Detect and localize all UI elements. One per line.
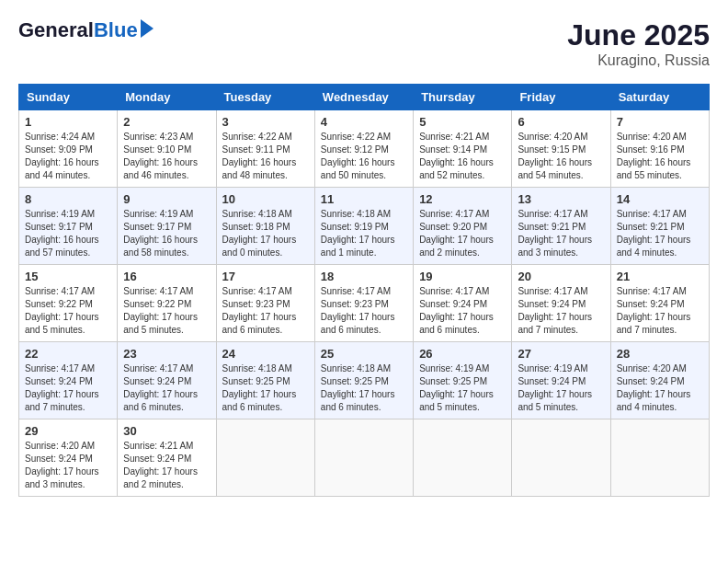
day-info: Sunrise: 4:19 AMSunset: 9:17 PMDaylight:… xyxy=(123,209,198,258)
calendar-cell: 12 Sunrise: 4:17 AMSunset: 9:20 PMDaylig… xyxy=(414,188,512,265)
day-number: 8 xyxy=(25,192,111,206)
day-number: 7 xyxy=(617,115,703,129)
day-number: 29 xyxy=(25,424,111,438)
calendar-table: SundayMondayTuesdayWednesdayThursdayFrid… xyxy=(18,84,710,497)
day-of-week-sunday: Sunday xyxy=(19,85,118,110)
calendar-cell: 10 Sunrise: 4:18 AMSunset: 9:18 PMDaylig… xyxy=(216,188,314,265)
calendar-cell: 19 Sunrise: 4:17 AMSunset: 9:24 PMDaylig… xyxy=(414,265,512,342)
calendar-cell: 18 Sunrise: 4:17 AMSunset: 9:23 PMDaylig… xyxy=(314,265,413,342)
calendar-cell xyxy=(314,419,413,497)
day-of-week-wednesday: Wednesday xyxy=(314,85,413,110)
day-info: Sunrise: 4:20 AMSunset: 9:16 PMDaylight:… xyxy=(617,132,691,180)
calendar-cell: 1 Sunrise: 4:24 AMSunset: 9:09 PMDayligh… xyxy=(19,110,118,188)
day-of-week-thursday: Thursday xyxy=(414,85,512,110)
day-number: 3 xyxy=(222,115,309,129)
day-number: 27 xyxy=(518,347,604,361)
calendar-cell: 27 Sunrise: 4:19 AMSunset: 9:24 PMDaylig… xyxy=(512,342,610,419)
day-number: 17 xyxy=(222,270,309,283)
day-number: 1 xyxy=(25,115,111,129)
calendar-cell: 7 Sunrise: 4:20 AMSunset: 9:16 PMDayligh… xyxy=(610,110,709,188)
day-info: Sunrise: 4:17 AMSunset: 9:24 PMDaylight:… xyxy=(419,286,494,335)
calendar-cell: 28 Sunrise: 4:20 AMSunset: 9:24 PMDaylig… xyxy=(610,342,709,419)
day-info: Sunrise: 4:22 AMSunset: 9:11 PMDaylight:… xyxy=(222,132,297,180)
day-info: Sunrise: 4:20 AMSunset: 9:24 PMDaylight:… xyxy=(617,363,691,412)
day-of-week-header: SundayMondayTuesdayWednesdayThursdayFrid… xyxy=(19,85,710,110)
day-of-week-saturday: Saturday xyxy=(610,85,709,110)
month-year-title: June 2025 xyxy=(567,18,710,52)
calendar-cell xyxy=(512,419,610,497)
calendar-cell: 22 Sunrise: 4:17 AMSunset: 9:24 PMDaylig… xyxy=(19,342,118,419)
day-info: Sunrise: 4:21 AMSunset: 9:14 PMDaylight:… xyxy=(419,132,494,180)
day-number: 11 xyxy=(321,192,407,206)
calendar-cell xyxy=(414,419,512,497)
calendar-week-5: 29 Sunrise: 4:20 AMSunset: 9:24 PMDaylig… xyxy=(19,419,710,497)
day-info: Sunrise: 4:17 AMSunset: 9:23 PMDaylight:… xyxy=(321,286,395,335)
calendar-cell: 5 Sunrise: 4:21 AMSunset: 9:14 PMDayligh… xyxy=(414,110,512,188)
day-number: 30 xyxy=(123,424,210,438)
calendar-cell: 8 Sunrise: 4:19 AMSunset: 9:17 PMDayligh… xyxy=(19,188,118,265)
day-number: 15 xyxy=(25,270,111,283)
day-info: Sunrise: 4:17 AMSunset: 9:20 PMDaylight:… xyxy=(419,209,494,258)
calendar-cell: 21 Sunrise: 4:17 AMSunset: 9:24 PMDaylig… xyxy=(610,265,709,342)
day-info: Sunrise: 4:17 AMSunset: 9:24 PMDaylight:… xyxy=(518,286,592,335)
day-info: Sunrise: 4:17 AMSunset: 9:22 PMDaylight:… xyxy=(123,286,198,335)
day-info: Sunrise: 4:17 AMSunset: 9:22 PMDaylight:… xyxy=(25,286,99,335)
day-number: 25 xyxy=(321,347,407,361)
calendar-cell xyxy=(610,419,709,497)
day-info: Sunrise: 4:23 AMSunset: 9:10 PMDaylight:… xyxy=(123,132,198,180)
calendar-cell: 13 Sunrise: 4:17 AMSunset: 9:21 PMDaylig… xyxy=(512,188,610,265)
logo-general-text: General xyxy=(18,18,94,42)
calendar-cell: 15 Sunrise: 4:17 AMSunset: 9:22 PMDaylig… xyxy=(19,265,118,342)
day-info: Sunrise: 4:19 AMSunset: 9:17 PMDaylight:… xyxy=(25,209,99,258)
day-number: 26 xyxy=(419,347,506,361)
calendar-week-4: 22 Sunrise: 4:17 AMSunset: 9:24 PMDaylig… xyxy=(19,342,710,419)
calendar-cell: 2 Sunrise: 4:23 AMSunset: 9:10 PMDayligh… xyxy=(118,110,216,188)
day-info: Sunrise: 4:20 AMSunset: 9:24 PMDaylight:… xyxy=(25,441,99,489)
day-of-week-friday: Friday xyxy=(512,85,610,110)
day-info: Sunrise: 4:17 AMSunset: 9:24 PMDaylight:… xyxy=(25,363,99,412)
day-info: Sunrise: 4:17 AMSunset: 9:21 PMDaylight:… xyxy=(617,209,691,258)
calendar-cell: 4 Sunrise: 4:22 AMSunset: 9:12 PMDayligh… xyxy=(314,110,413,188)
day-info: Sunrise: 4:18 AMSunset: 9:18 PMDaylight:… xyxy=(222,209,297,258)
day-info: Sunrise: 4:17 AMSunset: 9:24 PMDaylight:… xyxy=(123,363,198,412)
calendar-cell: 24 Sunrise: 4:18 AMSunset: 9:25 PMDaylig… xyxy=(216,342,314,419)
day-number: 2 xyxy=(123,115,210,129)
day-number: 28 xyxy=(617,347,703,361)
day-of-week-monday: Monday xyxy=(118,85,216,110)
calendar-body: 1 Sunrise: 4:24 AMSunset: 9:09 PMDayligh… xyxy=(19,110,710,497)
calendar-cell xyxy=(216,419,314,497)
calendar-cell: 29 Sunrise: 4:20 AMSunset: 9:24 PMDaylig… xyxy=(19,419,118,497)
page-header: General Blue June 2025 Kuragino, Russia xyxy=(18,18,710,69)
calendar-week-3: 15 Sunrise: 4:17 AMSunset: 9:22 PMDaylig… xyxy=(19,265,710,342)
day-number: 24 xyxy=(222,347,309,361)
title-block: June 2025 Kuragino, Russia xyxy=(567,18,710,69)
calendar-cell: 14 Sunrise: 4:17 AMSunset: 9:21 PMDaylig… xyxy=(610,188,709,265)
day-number: 6 xyxy=(518,115,604,129)
day-info: Sunrise: 4:22 AMSunset: 9:12 PMDaylight:… xyxy=(321,132,395,180)
day-number: 22 xyxy=(25,347,111,361)
day-info: Sunrise: 4:20 AMSunset: 9:15 PMDaylight:… xyxy=(518,132,592,180)
calendar-cell: 17 Sunrise: 4:17 AMSunset: 9:23 PMDaylig… xyxy=(216,265,314,342)
day-number: 4 xyxy=(321,115,407,129)
day-info: Sunrise: 4:19 AMSunset: 9:24 PMDaylight:… xyxy=(518,363,592,412)
day-info: Sunrise: 4:17 AMSunset: 9:23 PMDaylight:… xyxy=(222,286,297,335)
calendar-cell: 30 Sunrise: 4:21 AMSunset: 9:24 PMDaylig… xyxy=(118,419,216,497)
day-number: 10 xyxy=(222,192,309,206)
day-number: 21 xyxy=(617,270,703,283)
day-info: Sunrise: 4:21 AMSunset: 9:24 PMDaylight:… xyxy=(123,441,198,489)
calendar-cell: 26 Sunrise: 4:19 AMSunset: 9:25 PMDaylig… xyxy=(414,342,512,419)
day-number: 5 xyxy=(419,115,506,129)
day-number: 19 xyxy=(419,270,506,283)
day-number: 20 xyxy=(518,270,604,283)
calendar-cell: 23 Sunrise: 4:17 AMSunset: 9:24 PMDaylig… xyxy=(118,342,216,419)
day-number: 9 xyxy=(123,192,210,206)
day-number: 13 xyxy=(518,192,604,206)
day-info: Sunrise: 4:17 AMSunset: 9:24 PMDaylight:… xyxy=(617,286,691,335)
calendar-cell: 25 Sunrise: 4:18 AMSunset: 9:25 PMDaylig… xyxy=(314,342,413,419)
calendar-week-1: 1 Sunrise: 4:24 AMSunset: 9:09 PMDayligh… xyxy=(19,110,710,188)
calendar-cell: 3 Sunrise: 4:22 AMSunset: 9:11 PMDayligh… xyxy=(216,110,314,188)
day-info: Sunrise: 4:17 AMSunset: 9:21 PMDaylight:… xyxy=(518,209,592,258)
logo-arrow-icon xyxy=(141,19,154,38)
day-info: Sunrise: 4:18 AMSunset: 9:19 PMDaylight:… xyxy=(321,209,395,258)
logo-blue-text: Blue xyxy=(94,18,138,42)
